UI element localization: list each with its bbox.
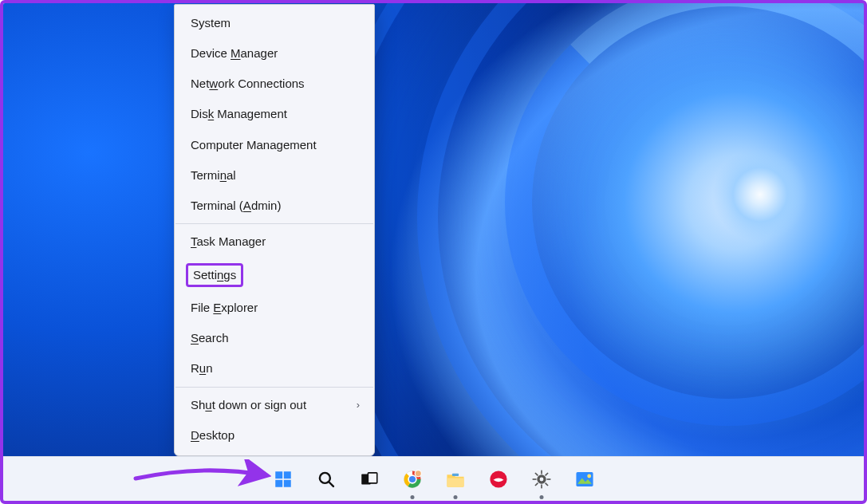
menu-item-label: System bbox=[191, 15, 231, 31]
svg-rect-18 bbox=[534, 482, 538, 486]
svg-rect-0 bbox=[275, 471, 282, 478]
menu-item-label: Disk Management bbox=[191, 106, 287, 122]
svg-line-5 bbox=[329, 482, 333, 486]
red-app-icon bbox=[488, 469, 509, 490]
highlight-box: Settings bbox=[186, 263, 243, 287]
menu-item-devmgr[interactable]: Device Manager bbox=[175, 38, 374, 69]
chrome-app[interactable] bbox=[397, 464, 428, 494]
file-explorer-app[interactable] bbox=[440, 464, 471, 494]
menu-item-label: Settings bbox=[193, 267, 236, 283]
taskview-icon bbox=[359, 469, 380, 490]
photos-app[interactable] bbox=[569, 464, 600, 494]
folder-icon bbox=[445, 469, 466, 490]
gear-icon bbox=[531, 469, 552, 490]
svg-rect-15 bbox=[546, 478, 550, 480]
menu-item-system[interactable]: System bbox=[175, 8, 374, 38]
svg-rect-17 bbox=[541, 484, 542, 488]
menu-item-run[interactable]: Run bbox=[175, 353, 374, 384]
menu-item-label: Computer Management bbox=[191, 137, 317, 153]
menu-item-label: Device Manager bbox=[191, 45, 278, 61]
svg-point-23 bbox=[587, 474, 591, 478]
menu-item-label: Run bbox=[191, 360, 213, 376]
svg-rect-3 bbox=[283, 479, 290, 486]
svg-point-9 bbox=[408, 475, 416, 483]
menu-item-label: File Explorer bbox=[191, 300, 258, 316]
menu-item-label: Search bbox=[191, 330, 229, 346]
menu-item-label: Network Connections bbox=[191, 76, 305, 92]
power-user-menu: SystemDevice ManagerNetwork ConnectionsD… bbox=[174, 4, 375, 457]
menu-separator bbox=[175, 223, 373, 224]
menu-item-termadmin[interactable]: Terminal (Admin) bbox=[175, 191, 374, 221]
menu-item-label: Shut down or sign out bbox=[191, 397, 306, 413]
menu-item-label: Terminal (Admin) bbox=[191, 198, 281, 214]
menu-item-shutdown[interactable]: Shut down or sign out› bbox=[175, 390, 374, 420]
svg-rect-22 bbox=[576, 472, 593, 486]
svg-rect-2 bbox=[275, 479, 282, 486]
svg-rect-7 bbox=[368, 472, 376, 482]
menu-item-netconn[interactable]: Network Connections bbox=[175, 69, 374, 99]
settings-app[interactable] bbox=[526, 464, 557, 494]
desktop-wallpaper bbox=[3, 3, 864, 501]
menu-item-explorer[interactable]: File Explorer bbox=[175, 293, 374, 323]
menu-item-search[interactable]: Search bbox=[175, 323, 374, 353]
menu-item-label: Terminal bbox=[191, 167, 236, 183]
svg-rect-11 bbox=[451, 473, 458, 475]
search-icon bbox=[316, 469, 337, 490]
menu-item-settings[interactable]: Settings bbox=[175, 258, 374, 293]
taskbar bbox=[3, 456, 864, 501]
svg-point-10 bbox=[415, 470, 421, 476]
menu-item-compmgmt[interactable]: Computer Management bbox=[175, 130, 374, 160]
menu-item-label: Desktop bbox=[191, 427, 234, 443]
svg-rect-20 bbox=[534, 472, 538, 476]
svg-rect-19 bbox=[532, 478, 536, 480]
menu-item-taskmgr[interactable]: Task Manager bbox=[175, 226, 374, 257]
taskbar-search[interactable] bbox=[311, 464, 341, 494]
menu-separator bbox=[175, 387, 373, 388]
task-view[interactable] bbox=[354, 464, 384, 494]
start-button[interactable] bbox=[268, 464, 298, 494]
svg-rect-13 bbox=[541, 470, 542, 474]
svg-rect-16 bbox=[545, 482, 549, 486]
chevron-right-icon: › bbox=[357, 398, 360, 412]
menu-item-desktop[interactable]: Desktop bbox=[175, 420, 374, 451]
svg-rect-1 bbox=[283, 471, 290, 478]
chrome-icon bbox=[402, 469, 423, 490]
menu-item-label: Task Manager bbox=[191, 234, 266, 250]
windows-icon bbox=[273, 469, 294, 490]
pinned-app[interactable] bbox=[483, 464, 514, 494]
menu-item-diskmgmt[interactable]: Disk Management bbox=[175, 99, 374, 129]
menu-item-terminal[interactable]: Terminal bbox=[175, 160, 374, 191]
svg-rect-14 bbox=[545, 472, 549, 476]
photos-icon bbox=[574, 469, 595, 490]
svg-point-21 bbox=[538, 475, 544, 482]
